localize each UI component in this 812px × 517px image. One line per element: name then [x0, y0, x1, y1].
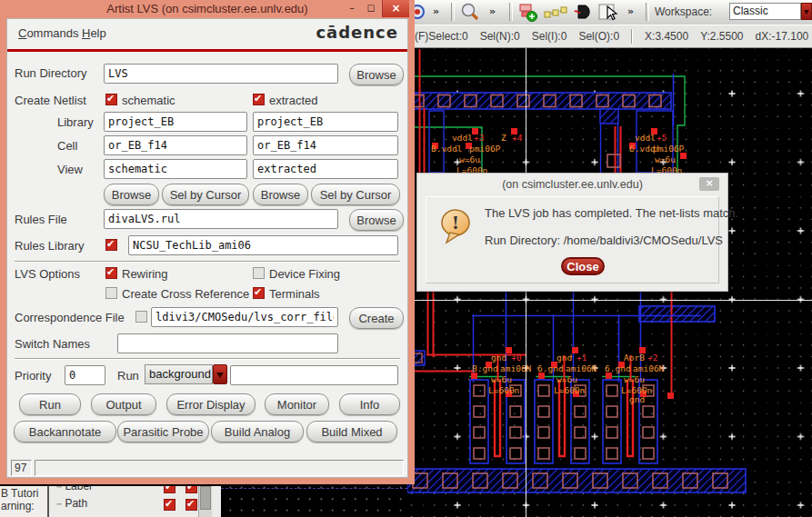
x-coordinate: X:3.4500	[645, 30, 688, 43]
popup-message-panel: ! The LVS job has completed. The net-lis…	[426, 196, 719, 283]
lvs-options-label: LVS Options	[15, 267, 80, 281]
overflow-chevron-icon[interactable]: »	[627, 5, 634, 17]
minimize-button[interactable]: –	[344, 3, 360, 15]
rules-file-browse-button[interactable]: Browse	[349, 209, 404, 231]
run-directory-input[interactable]	[104, 64, 338, 84]
cell-extracted-input[interactable]	[253, 135, 398, 155]
select-tool-icon[interactable]	[598, 3, 620, 22]
monitor-button[interactable]: Monitor	[265, 393, 329, 415]
separator	[15, 261, 400, 263]
create-path-icon[interactable]	[544, 5, 567, 19]
rules-library-input[interactable]	[128, 235, 398, 255]
workspace-label: Workspace:	[655, 5, 712, 18]
layout-toolbar: » » » Workspace: Classic	[407, 0, 812, 25]
sel-by-cursor-extracted-button[interactable]: Sel by Cursor	[311, 184, 400, 205]
zoom-tool-icon[interactable]	[460, 3, 480, 22]
svg-text:+4: +4	[512, 133, 523, 143]
popup-close-icon[interactable]: ×	[699, 177, 719, 191]
run-directory-label: Run Directory	[15, 66, 86, 80]
cell-schematic-input[interactable]	[104, 135, 247, 155]
extracted-checkbox[interactable]	[253, 94, 265, 105]
workspace-combobox[interactable]: Classic	[729, 3, 801, 20]
lsw-scrollbar[interactable]	[198, 486, 212, 517]
menubar: Commands Help cādence	[7, 19, 407, 48]
dialog-status-count: 97	[11, 460, 32, 476]
error-display-button[interactable]: Error Display	[166, 393, 256, 415]
device-fixing-checkbox[interactable]	[253, 267, 265, 279]
rules-library-label: Rules Library	[15, 239, 85, 253]
browse-schematic-button[interactable]: Browse	[104, 184, 159, 205]
layer-visible-checkbox[interactable]	[164, 499, 175, 511]
output-button[interactable]: Output	[91, 393, 156, 415]
info-button[interactable]: Info	[339, 393, 400, 415]
library-label: Library	[57, 115, 94, 129]
popup-message-line2: Run Directory: /home/baldivi3/CMOSedu/LV…	[485, 234, 723, 247]
device-icon[interactable]	[573, 3, 595, 21]
layer-select-checkbox[interactable]	[185, 486, 197, 493]
view-extracted-input[interactable]	[253, 159, 398, 179]
lsw-layer-label: Path	[65, 497, 87, 510]
overflow-chevron-icon[interactable]: »	[433, 5, 439, 17]
maximize-button[interactable]: ◻	[363, 3, 379, 15]
run-directory-browse-button[interactable]: Browse	[349, 64, 404, 85]
separator	[15, 358, 400, 360]
rewiring-label: Rewiring	[122, 267, 168, 281]
create-cross-reference-checkbox[interactable]	[105, 287, 117, 299]
create-cross-reference-label: Create Cross Reference	[122, 287, 249, 301]
switch-names-input[interactable]	[117, 333, 338, 353]
svg-text:!: !	[452, 213, 459, 233]
lsw-layer-row[interactable]: ⋯ Label	[56, 486, 220, 495]
priority-input[interactable]	[65, 365, 105, 385]
create-instance-icon[interactable]	[518, 3, 538, 23]
tutorial-text-line: arning:	[1, 500, 47, 512]
lvs-complete-dialog: (on csimcluster.ee.unlv.edu) × ! The LVS…	[416, 173, 728, 292]
popup-close-button[interactable]: Close	[561, 257, 605, 275]
terminals-checkbox[interactable]	[253, 287, 265, 299]
library-extracted-input[interactable]	[253, 112, 398, 132]
run-host-input[interactable]	[230, 365, 398, 385]
browse-extracted-button[interactable]: Browse	[253, 184, 308, 205]
svg-text:6.gnd: 6.gnd	[605, 363, 631, 373]
run-mode-dropdown-arrow-icon[interactable]	[213, 364, 227, 384]
rewiring-checkbox[interactable]	[105, 267, 117, 279]
svg-text:w=6u: w=6u	[624, 374, 645, 384]
lsw-layer-row[interactable]: ⋯ Path	[56, 497, 220, 512]
svg-text:6.gnd: 6.gnd	[537, 363, 564, 373]
library-schematic-input[interactable]	[104, 112, 247, 132]
menu-commands[interactable]: Commands	[18, 26, 78, 40]
svg-text:+5: +5	[657, 133, 667, 143]
run-button[interactable]: Run	[19, 393, 81, 415]
dialog-body: Commands Help cādence Run Directory Brow…	[6, 18, 408, 478]
workspace-dropdown-arrow-icon[interactable]	[801, 3, 812, 20]
backannotate-button[interactable]: Backannotate	[14, 421, 116, 442]
terminals-label: Terminals	[269, 287, 320, 301]
parasitic-probe-button[interactable]: Parasitic Probe	[117, 421, 209, 442]
build-mixed-button[interactable]: Build Mixed	[306, 421, 397, 442]
rules-file-input[interactable]	[104, 209, 338, 229]
overflow-chevron-icon[interactable]: »	[489, 5, 496, 17]
layout-canvas-strip[interactable]	[221, 486, 407, 517]
correspondence-file-input[interactable]	[151, 307, 338, 327]
cadence-logo: cādence	[316, 23, 398, 42]
svg-text:ami06N: ami06N	[633, 363, 665, 373]
device-fixing-label: Device Fixing	[269, 267, 340, 281]
svg-text:w=6u: w=6u	[491, 374, 512, 384]
schematic-checkbox-label: schematic	[122, 94, 175, 107]
build-analog-button[interactable]: Build Analog	[211, 421, 304, 442]
run-mode-combobox[interactable]: background	[145, 364, 213, 384]
sel-by-cursor-schematic-button[interactable]: Sel by Cursor	[162, 184, 249, 205]
menu-help[interactable]: Help	[82, 26, 106, 40]
schematic-checkbox[interactable]	[105, 94, 117, 105]
layer-visible-checkbox[interactable]	[164, 486, 175, 493]
view-schematic-input[interactable]	[104, 159, 247, 179]
svg-text:w=6u: w=6u	[655, 154, 676, 164]
create-correspondence-button[interactable]: Create	[349, 307, 404, 329]
scrollbar-thumb[interactable]	[200, 486, 211, 510]
popup-title: (on csimcluster.ee.unlv.edu)	[417, 174, 727, 195]
rules-library-checkbox[interactable]	[105, 239, 117, 251]
close-button[interactable]: ×	[382, 0, 409, 17]
layer-select-checkbox[interactable]	[185, 499, 197, 511]
cell-label: Cell	[57, 139, 77, 153]
svg-text:ami06N: ami06N	[500, 363, 532, 373]
correspondence-file-checkbox[interactable]	[135, 311, 147, 323]
